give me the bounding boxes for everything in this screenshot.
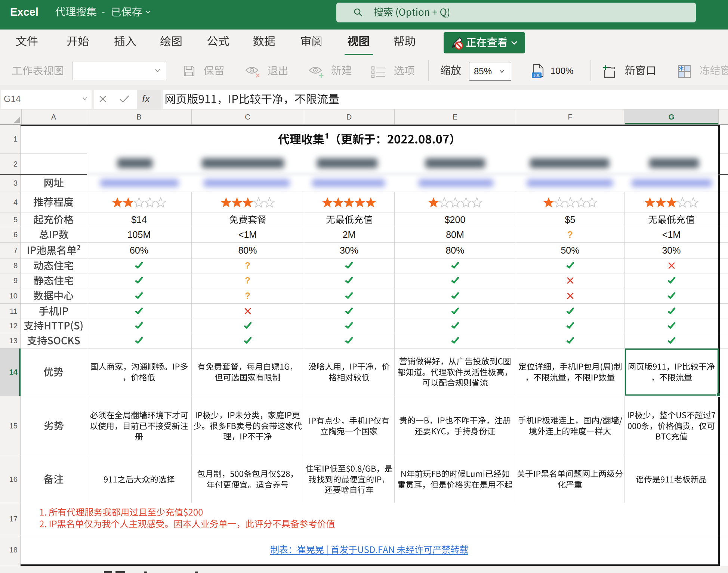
svg-text:100: 100 <box>533 73 540 78</box>
